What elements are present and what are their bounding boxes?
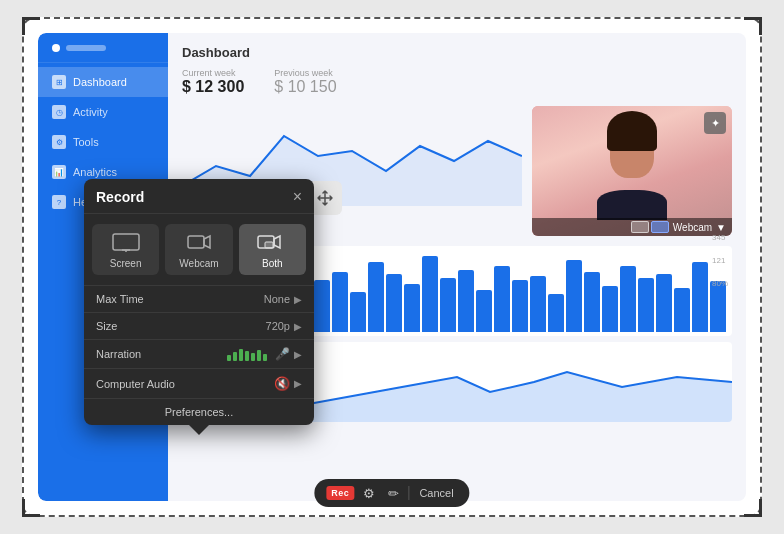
bar bbox=[350, 292, 366, 332]
current-week-stat: Current week $ 12 300 bbox=[182, 68, 244, 96]
edit-icon[interactable]: ✏ bbox=[384, 484, 402, 502]
record-popup: Record × Screen bbox=[84, 179, 314, 425]
bar bbox=[602, 286, 618, 332]
bar bbox=[584, 272, 600, 332]
narration-right: 🎤 ▶ bbox=[227, 347, 302, 361]
previous-week-label: Previous week bbox=[274, 68, 336, 78]
bar bbox=[404, 284, 420, 332]
bar bbox=[314, 280, 330, 332]
bar bbox=[494, 266, 510, 332]
logo-text bbox=[66, 45, 106, 51]
preferences-label: Preferences... bbox=[165, 406, 233, 418]
magic-button[interactable]: ✦ bbox=[704, 112, 726, 134]
corner-br bbox=[744, 499, 762, 517]
analytics-icon: 📊 bbox=[52, 165, 66, 179]
computer-audio-arrow: ▶ bbox=[294, 378, 302, 389]
record-header: Record × bbox=[84, 179, 314, 214]
size-value: 720p bbox=[266, 320, 290, 332]
webcam-mini-screens bbox=[631, 221, 669, 233]
max-time-value: None bbox=[264, 293, 290, 305]
computer-audio-row[interactable]: Computer Audio 🔇 ▶ bbox=[84, 369, 314, 399]
popup-tail bbox=[189, 425, 209, 435]
bar bbox=[368, 262, 384, 332]
bar bbox=[476, 290, 492, 332]
max-time-right: None ▶ bbox=[264, 293, 302, 305]
record-modes: Screen Webcam bbox=[84, 214, 314, 286]
bar bbox=[692, 262, 708, 332]
corner-bl bbox=[22, 499, 40, 517]
webcam-label: Webcam bbox=[673, 222, 712, 233]
screen-icon bbox=[111, 232, 141, 254]
size-row[interactable]: Size 720p ▶ bbox=[84, 313, 314, 340]
bar bbox=[458, 270, 474, 332]
bottom-toolbar: Rec ⚙ ✏ Cancel bbox=[314, 479, 469, 507]
sidebar-item-label: Activity bbox=[73, 106, 108, 118]
record-options: Max Time None ▶ Size 720p ▶ Narration bbox=[84, 286, 314, 425]
size-arrow: ▶ bbox=[294, 321, 302, 332]
close-button[interactable]: × bbox=[293, 189, 302, 205]
stats-row: Current week $ 12 300 Previous week $ 10… bbox=[182, 68, 732, 96]
bar bbox=[332, 272, 348, 332]
rec-badge: Rec bbox=[326, 486, 354, 500]
person-hair bbox=[607, 111, 657, 151]
max-time-label: Max Time bbox=[96, 293, 144, 305]
y-axis-labels: 345 121 80% bbox=[712, 233, 728, 288]
previous-week-stat: Previous week $ 10 150 bbox=[274, 68, 336, 96]
computer-audio-right: 🔇 ▶ bbox=[274, 376, 302, 391]
current-week-value: $ 12 300 bbox=[182, 78, 244, 96]
sidebar-item-dashboard[interactable]: ⊞ Dashboard bbox=[38, 67, 168, 97]
move-icon bbox=[316, 189, 334, 207]
webcam-mode-label: Webcam bbox=[179, 258, 218, 269]
current-week-label: Current week bbox=[182, 68, 244, 78]
tools-icon: ⚙ bbox=[52, 135, 66, 149]
webcam-label-bar: Webcam ▼ bbox=[532, 218, 732, 236]
bar bbox=[386, 274, 402, 332]
bar bbox=[656, 274, 672, 332]
narration-arrow: ▶ bbox=[294, 349, 302, 360]
cancel-button[interactable]: Cancel bbox=[415, 485, 457, 501]
max-time-row[interactable]: Max Time None ▶ bbox=[84, 286, 314, 313]
y-label-1: 345 bbox=[712, 233, 728, 242]
preferences-row[interactable]: Preferences... bbox=[84, 399, 314, 425]
narration-row[interactable]: Narration 🎤 ▶ bbox=[84, 340, 314, 369]
both-label: Both bbox=[262, 258, 283, 269]
both-icon bbox=[257, 232, 287, 254]
dashboard-icon: ⊞ bbox=[52, 75, 66, 89]
svg-rect-9 bbox=[265, 242, 273, 248]
size-right: 720p ▶ bbox=[266, 320, 302, 332]
settings-icon[interactable]: ⚙ bbox=[360, 484, 378, 502]
bar bbox=[512, 280, 528, 332]
bar bbox=[710, 281, 726, 332]
previous-week-value: $ 10 150 bbox=[274, 78, 336, 96]
bar bbox=[620, 266, 636, 332]
sidebar-item-activity[interactable]: ◷ Activity bbox=[38, 97, 168, 127]
size-label: Size bbox=[96, 320, 117, 332]
webcam-chevron-icon: ▼ bbox=[716, 222, 726, 233]
logo-dot bbox=[52, 44, 60, 52]
volume-indicator bbox=[227, 347, 267, 361]
narration-mic-icon: 🎤 bbox=[275, 347, 290, 361]
outer-frame: ⊞ Dashboard ◷ Activity ⚙ Tools 📊 Analyti… bbox=[22, 17, 762, 517]
help-icon: ? bbox=[52, 195, 66, 209]
bar bbox=[674, 288, 690, 332]
sidebar-item-tools[interactable]: ⚙ Tools bbox=[38, 127, 168, 157]
sidebar-item-label: Tools bbox=[73, 136, 99, 148]
sidebar-item-label: Analytics bbox=[73, 166, 117, 178]
bar bbox=[548, 294, 564, 332]
narration-label: Narration bbox=[96, 348, 141, 360]
mode-webcam[interactable]: Webcam bbox=[165, 224, 232, 275]
person-body bbox=[597, 190, 667, 220]
webcam-icon bbox=[184, 232, 214, 254]
record-title: Record bbox=[96, 189, 144, 205]
svg-marker-6 bbox=[204, 236, 210, 248]
y-label-2: 121 bbox=[712, 256, 728, 265]
screen-label: Screen bbox=[110, 258, 142, 269]
mode-both[interactable]: Both bbox=[239, 224, 306, 275]
mode-screen[interactable]: Screen bbox=[92, 224, 159, 275]
speaker-muted-icon: 🔇 bbox=[274, 376, 290, 391]
y-label-3: 80% bbox=[712, 279, 728, 288]
corner-tr bbox=[744, 17, 762, 35]
sidebar-item-label: Dashboard bbox=[73, 76, 127, 88]
svg-rect-2 bbox=[113, 234, 139, 250]
computer-audio-label: Computer Audio bbox=[96, 378, 175, 390]
